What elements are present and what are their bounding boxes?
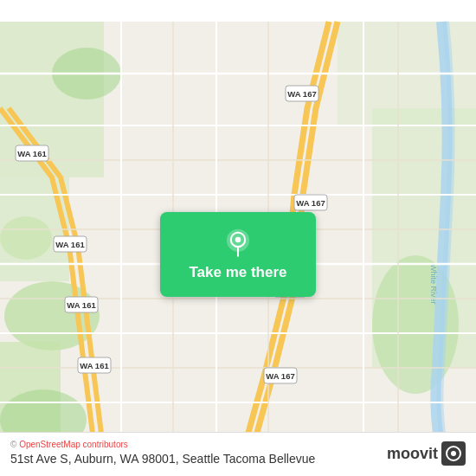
svg-text:WA 161: WA 161 [17, 149, 47, 158]
osm-link[interactable]: OpenStreetMap contributors [19, 440, 128, 449]
location-pin-icon [222, 228, 254, 259]
copyright-symbol: © [10, 440, 16, 449]
moovit-logo-text: moovit [387, 445, 438, 463]
cta-button-label: Take me there [189, 264, 286, 281]
svg-text:WA 161: WA 161 [80, 361, 109, 370]
take-me-there-button[interactable]: Take me there [160, 212, 316, 297]
svg-text:WA 167: WA 167 [266, 371, 294, 381]
bottom-bar: © OpenStreetMap contributors 51st Ave S,… [0, 432, 476, 476]
map-container: White River WA 161 WA 161 WA 161 [0, 0, 476, 476]
moovit-logo: moovit [387, 441, 466, 466]
moovit-logo-icon [441, 441, 466, 466]
svg-text:WA 161: WA 161 [67, 300, 96, 310]
svg-text:WA 161: WA 161 [55, 240, 85, 249]
svg-text:WA 167: WA 167 [287, 89, 316, 99]
svg-point-4 [0, 216, 52, 260]
svg-point-50 [451, 451, 456, 456]
svg-point-48 [235, 237, 241, 243]
svg-text:WA 167: WA 167 [296, 198, 325, 208]
